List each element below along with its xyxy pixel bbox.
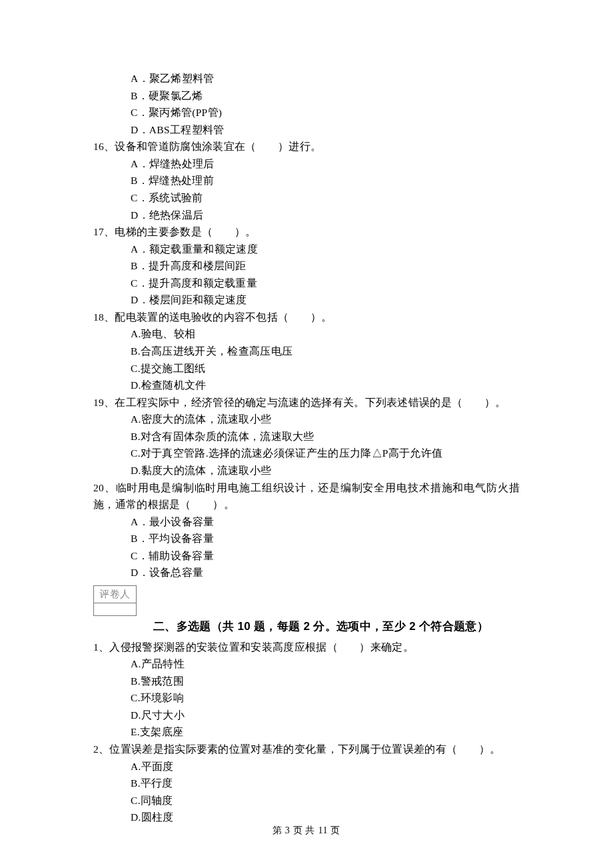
question-19-option: C.对于真空管路.选择的流速必须保证产生的压力降△P高于允许值 [93, 445, 520, 462]
question-20-option: C．辅助设备容量 [93, 547, 520, 565]
question-20-stem: 20、临时用电是编制临时用电施工组织设计，还是编制安全用电技术措施和电气防火措施… [93, 479, 520, 513]
question-19-option: B.对含有固体杂质的流体，流速取大些 [93, 428, 520, 445]
multi-question-2-option: B.平行度 [93, 775, 520, 792]
question-16-option: A．焊缝热处理后 [93, 155, 520, 173]
grader-box-wrap: 评卷人 [93, 585, 520, 616]
question-17-option: D．楼层间距和额定速度 [93, 291, 520, 309]
multi-question-2-option: A.平面度 [93, 758, 520, 775]
question-16-option: D．绝热保温后 [93, 207, 520, 224]
multi-question-1-option: D.尺寸大小 [93, 707, 520, 724]
prev-question-option: C．聚丙烯管(PP管) [93, 104, 520, 121]
prev-question-option: D．ABS工程塑料管 [93, 121, 520, 139]
question-16-stem: 16、设备和管道防腐蚀涂装宜在（ ）进行。 [93, 138, 520, 155]
question-18-option: A.验电、较相 [93, 325, 520, 343]
question-18-option: D.检查随机文件 [93, 377, 520, 394]
multi-question-2-option: C.同轴度 [93, 792, 520, 809]
page-footer: 第 3 页 共 11 页 [0, 823, 613, 838]
question-17-option: B．提升高度和楼层间距 [93, 257, 520, 275]
question-19-stem: 19、在工程实际中，经济管径的确定与流速的选择有关。下列表述错误的是（ ）。 [93, 394, 520, 411]
multi-question-1-option: C.环境影响 [93, 689, 520, 707]
question-18-stem: 18、配电装置的送电验收的内容不包括（ ）。 [93, 309, 520, 326]
question-19-option: A.密度大的流体，流速取小些 [93, 411, 520, 428]
question-16-option: B．焊缝热处理前 [93, 172, 520, 189]
question-20-option: B．平均设备容量 [93, 530, 520, 547]
section-2-title: 二、多选题（共 10 题，每题 2 分。选项中，至少 2 个符合题意） [93, 617, 520, 636]
grader-box: 评卷人 [93, 585, 137, 616]
grader-blank [94, 603, 136, 615]
prev-question-option: B．硬聚氯乙烯 [93, 87, 520, 105]
question-17-option: C．提升高度和额定载重量 [93, 275, 520, 292]
multi-question-2-stem: 2、位置误差是指实际要素的位置对基准的变化量，下列属于位置误差的有（ ）。 [93, 741, 520, 758]
question-20-option: A．最小设备容量 [93, 513, 520, 531]
question-16-option: C．系统试验前 [93, 189, 520, 207]
multi-question-1-stem: 1、入侵报警探测器的安装位置和安装高度应根据（ ）来确定。 [93, 639, 520, 656]
grader-label: 评卷人 [94, 586, 136, 603]
question-20-option: D．设备总容量 [93, 564, 520, 581]
question-17-stem: 17、电梯的主要参数是（ ）。 [93, 223, 520, 241]
question-19-option: D.黏度大的流体，流速取小些 [93, 462, 520, 479]
page-container: A．聚乙烯塑料管 B．硬聚氯乙烯 C．聚丙烯管(PP管) D．ABS工程塑料管 … [0, 0, 613, 868]
question-17-option: A．额定载重量和额定速度 [93, 241, 520, 258]
multi-question-1-option: A.产品特性 [93, 655, 520, 673]
question-18-option: B.合高压进线开关，检查高压电压 [93, 343, 520, 360]
multi-question-1-option: E.支架底座 [93, 723, 520, 741]
prev-question-option: A．聚乙烯塑料管 [93, 70, 520, 87]
multi-question-1-option: B.警戒范围 [93, 673, 520, 690]
question-18-option: C.提交施工图纸 [93, 360, 520, 377]
